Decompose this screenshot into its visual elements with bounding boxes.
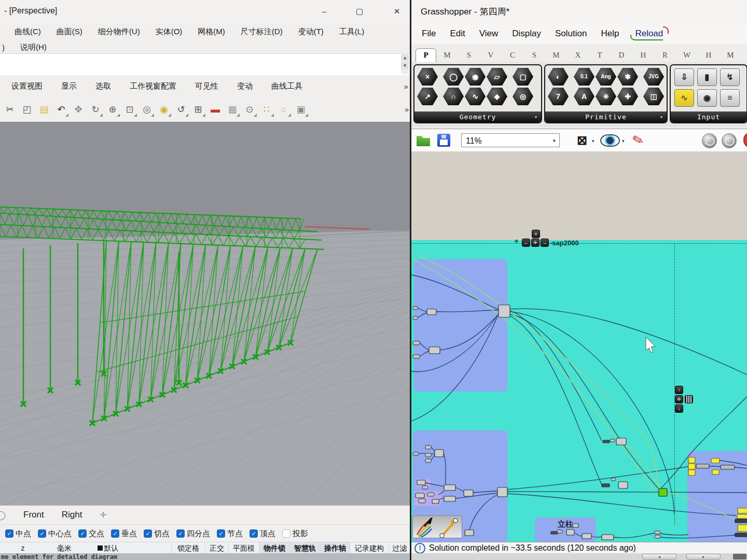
osnap-四分点[interactable]: ✓四分点 [176,529,210,539]
gh-node[interactable] [738,508,747,513]
osnap-交点[interactable]: ✓交点 [78,529,104,539]
pan-icon[interactable]: ✥ [72,103,85,116]
gh-node[interactable] [557,530,562,533]
status-toggle-过滤[interactable]: 过滤 [389,542,410,554]
toolbar-tab-0[interactable]: 设置视图 [11,81,43,91]
gh-node[interactable] [573,524,578,527]
gh-node[interactable] [422,486,428,489]
cylinder-icon[interactable]: ◎ [513,88,533,105]
gh-node[interactable] [618,482,628,488]
gh-node[interactable] [688,470,695,475]
gh-node[interactable] [499,305,510,317]
gh-node[interactable] [551,531,558,534]
point-tool-icon[interactable]: ∷ [260,103,273,116]
zoom-combo[interactable]: 11% ▾ [461,133,560,147]
gh-tab-9-D[interactable]: D [611,51,632,62]
shaded-preview-icon[interactable] [702,133,717,148]
gh-node[interactable] [721,465,735,469]
prev-page-button[interactable]: ◂ [642,554,676,559]
gh-node[interactable] [464,490,473,496]
gh-node[interactable] [427,309,436,315]
zoom-extents-icon[interactable]: ◉ [157,103,171,116]
gh-node[interactable] [413,355,420,358]
nudge-all-button[interactable]: ✛ [675,395,683,403]
copy-icon[interactable]: ◰ [20,103,34,116]
checkbox-icon[interactable]: ✓ [144,529,152,538]
gears-icon[interactable]: ✳ [596,88,616,105]
status-toggle-锁定格[interactable]: 锁定格 [171,542,205,554]
gh-node[interactable] [425,453,431,457]
zoom-selected-icon[interactable]: ◎ [140,103,154,116]
canvas-corner-widget[interactable] [412,515,462,538]
gh-tab-3-V[interactable]: V [480,51,502,62]
maximize-button[interactable]: ▢ [353,5,366,18]
undo-view-icon[interactable]: ↺ [174,103,188,116]
gh-node[interactable] [655,535,660,538]
gh-node[interactable] [432,499,439,503]
gh-node[interactable] [413,452,419,455]
diamond-icon[interactable]: ◈ [487,88,507,105]
checkbox-icon[interactable]: ✓ [217,529,225,538]
osnap-中点[interactable]: ✓中点 [5,529,31,539]
menu-item-0[interactable]: 曲线(C) [15,27,41,37]
nudge-center-button[interactable]: ✛ [531,239,540,247]
toolbar-tab-4[interactable]: 可见性 [195,81,218,91]
panel-label[interactable]: Input [671,111,746,122]
checkbox-icon[interactable]: ✓ [38,529,46,538]
group-menu-button[interactable]: ≡ [532,230,540,238]
gh-node[interactable] [413,341,420,345]
gh-tab-12-W[interactable]: W [676,51,698,62]
light-icon[interactable]: ○ [277,103,290,116]
line-icon[interactable]: ∿ [465,88,486,105]
gh-tab-6-M[interactable]: M [545,51,567,62]
gh-node[interactable] [444,496,455,501]
toolbar-tab-2[interactable]: 选取 [95,81,111,91]
angle-icon[interactable]: Ang [596,68,616,86]
gh-node[interactable] [602,484,610,487]
lock-icon[interactable]: ▣ [294,103,308,116]
undo-icon[interactable]: ↶ [54,103,68,116]
gh-node[interactable] [688,464,695,469]
number-icon[interactable]: 0.1 [574,68,594,86]
panel-expand-icon[interactable]: ▾ [534,111,538,122]
gh-menu-edit[interactable]: Edit [450,29,465,39]
cancel-icon[interactable]: × [417,68,438,86]
menu-item-1[interactable]: 曲面(S) [57,27,82,37]
close-button[interactable]: ✕ [390,5,404,18]
checkbox-icon[interactable]: ✓ [111,529,119,538]
gh-node[interactable] [497,487,507,497]
checkbox-icon[interactable]: ✓ [250,529,258,538]
status-toggle-记录建构[interactable]: 记录建构 [350,542,389,554]
graph-mapper-icon[interactable]: ↯ [720,68,740,86]
gh-node[interactable] [425,445,431,449]
gh-node[interactable] [735,519,747,523]
gh-tab-8-T[interactable]: T [589,51,611,62]
gh-menu-reload[interactable]: Reload [633,29,665,39]
integer-icon[interactable]: 7 [548,88,569,105]
zoom-extents-icon[interactable]: ⊠ [574,133,590,148]
gh-node[interactable] [711,458,720,463]
clipped-red-icon[interactable] [743,132,747,148]
menu-item-5[interactable]: 尺寸标注(D) [241,27,283,37]
gh-node[interactable] [688,457,695,463]
chevron-down-icon[interactable]: ▾ [592,138,594,144]
timer-icon[interactable]: ◫ [643,88,664,105]
orbit-icon[interactable]: ↻ [89,103,102,116]
toolbar-tab-6[interactable]: 曲线工具 [271,81,302,91]
gh-node[interactable] [419,499,425,503]
panel-label[interactable]: Primitive▾ [545,111,667,122]
scribble-icon[interactable]: ∿ [674,89,694,107]
gh-node[interactable] [611,478,616,481]
checkbox-icon[interactable]: ✓ [78,529,87,538]
checkbox-icon[interactable]: ✓ [176,529,185,538]
gh-node[interactable] [602,535,614,540]
chevron-down-icon[interactable]: ▾ [622,138,625,144]
circle-tool-icon[interactable]: ⊙ [243,103,256,116]
gh-node[interactable] [465,530,474,536]
status-cell-默认[interactable]: 默认 [83,542,133,554]
chevron-down-icon[interactable]: ▾ [552,134,556,148]
nudge-right-button[interactable]: → [541,239,549,247]
status-cell-z[interactable]: z [0,542,46,554]
gh-node[interactable] [429,347,440,354]
vector-icon[interactable]: ↗ [417,88,438,105]
